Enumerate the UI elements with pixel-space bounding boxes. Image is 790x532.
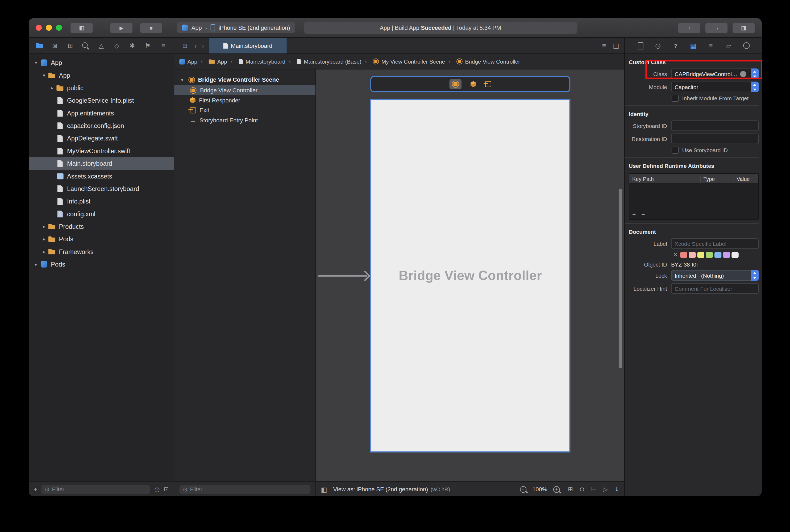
breakpoint-navigator-icon[interactable] [143,41,152,50]
label-color-swatch[interactable] [689,252,696,258]
file-row[interactable]: public [29,82,174,94]
module-dropdown[interactable]: Capacitor [671,82,759,92]
outline-item[interactable]: Exit [174,105,315,115]
first-responder-icon[interactable] [470,81,476,87]
document-label-field[interactable]: Xcode Specific Label [671,238,759,249]
disclosure-triangle-icon[interactable]: ▾ [179,77,186,82]
remove-attribute-button[interactable]: − [641,211,645,218]
library-button[interactable]: + [678,22,700,33]
file-row[interactable]: config.xml [29,208,174,220]
disclosure-triangle-icon[interactable] [41,236,47,242]
attributes-inspector-icon[interactable] [707,41,715,50]
issue-navigator-icon[interactable] [97,41,106,50]
label-color-swatch[interactable] [723,252,730,258]
outline-item[interactable]: First Responder [174,95,315,105]
stop-button[interactable]: ■ [140,22,162,33]
symbol-navigator-icon[interactable] [66,41,75,50]
file-row[interactable]: Info.plist [29,195,174,208]
toggle-navigator-button[interactable]: ◧ [71,22,93,33]
class-combo-box[interactable]: CAPBridgeViewControl… → [671,69,759,79]
zoom-window-button[interactable] [56,25,62,31]
file-row[interactable]: Assets.xcassets [29,170,174,182]
minimize-window-button[interactable] [46,25,52,31]
project-navigator-icon[interactable] [35,41,44,50]
identity-inspector-icon[interactable] [689,41,698,50]
storyboard-entry-point-arrow[interactable] [319,275,367,277]
canvas-area[interactable]: Bridge View Controller [316,70,624,481]
report-navigator-icon[interactable] [159,41,168,50]
file-row[interactable]: Main.storyboard [29,157,174,170]
file-row[interactable]: App [29,69,174,81]
stepper-icon[interactable] [751,69,758,79]
add-file-button[interactable]: + [34,486,37,493]
editor-options-icon[interactable]: ≡ [602,42,606,49]
disclosure-triangle-icon[interactable] [33,60,39,65]
view-controller-badge[interactable] [449,79,462,89]
zoom-in-icon[interactable]: + [553,486,560,493]
view-as-label[interactable]: View as: iPhone SE (2nd generation) [333,486,428,492]
file-row[interactable]: App [29,56,174,69]
canvas-scrollbar[interactable] [619,189,622,368]
scene-header[interactable]: ▾ Bridge View Controller Scene [174,74,315,85]
outline-item[interactable]: Bridge View Controller [174,85,315,95]
add-editor-icon[interactable]: ◫ [613,42,619,49]
toggle-outline-icon[interactable]: ◧ [321,486,327,493]
navigator-filter-field[interactable]: ⊙ Filter [41,484,150,494]
file-row[interactable]: App.entitlements [29,107,174,119]
run-button[interactable]: ▶ [110,22,133,33]
resolve-layout-icon[interactable] [603,486,608,493]
file-row[interactable]: LaunchScreen.storyboard [29,183,174,195]
zoom-out-icon[interactable]: − [520,486,526,493]
disclosure-triangle-icon[interactable] [41,73,47,78]
toggle-inspectors-button[interactable]: ◨ [733,22,755,33]
breadcrumb-item[interactable]: Bridge View Controller [445,58,520,65]
file-row[interactable]: Pods [29,258,174,270]
breadcrumb-item[interactable]: Main.storyboard (Base) [285,58,362,65]
file-row[interactable]: Pods [29,233,174,245]
label-color-swatch[interactable] [697,252,705,258]
stepper-icon[interactable] [751,82,758,92]
add-constraints-icon[interactable] [591,486,596,493]
add-attribute-button[interactable]: + [632,211,636,218]
find-navigator-icon[interactable] [81,41,90,50]
file-row[interactable]: Frameworks [29,245,174,258]
file-row[interactable]: GoogleService-Info.plist [29,94,174,107]
file-row[interactable]: Products [29,220,174,233]
scm-status-filter-icon[interactable]: ⊡ [163,486,169,493]
view-controller-view[interactable]: Bridge View Controller [370,99,570,453]
related-items-icon[interactable]: ⊞ [180,41,189,50]
disclosure-triangle-icon[interactable] [41,224,47,229]
test-navigator-icon[interactable] [112,41,121,50]
breadcrumb-item[interactable]: Main.storyboard [227,58,285,65]
breadcrumb-item[interactable]: My View Controller Scene [362,58,445,65]
disclosure-triangle-icon[interactable] [49,85,56,91]
label-color-swatch[interactable] [706,252,713,258]
localizer-hint-field[interactable]: Comment For Localizer [671,283,759,294]
restoration-id-field[interactable] [671,134,759,144]
lock-dropdown[interactable]: Inherited - (Nothing) [671,270,759,281]
history-inspector-icon[interactable] [654,41,662,50]
breadcrumb-item[interactable]: App [179,58,197,65]
file-inspector-icon[interactable] [636,41,645,50]
file-row[interactable]: MyViewController.swift [29,145,174,157]
jump-to-class-icon[interactable]: → [740,71,746,77]
disclosure-triangle-icon[interactable] [33,262,39,267]
size-inspector-icon[interactable] [724,41,733,50]
runtime-attributes-empty-body[interactable] [629,184,758,210]
label-color-swatch[interactable] [680,252,687,258]
file-row[interactable]: AppDelegate.swift [29,132,174,145]
disclosure-triangle-icon[interactable] [41,249,47,254]
zoom-level[interactable]: 100% [533,486,547,492]
no-color-swatch[interactable]: ✕ [673,251,678,258]
inherit-module-checkbox[interactable] [672,95,679,102]
source-control-navigator-icon[interactable] [50,41,59,50]
use-storyboard-id-checkbox[interactable] [672,147,679,154]
quick-help-inspector-icon[interactable] [671,41,680,50]
outline-item[interactable]: Storyboard Entry Point [174,115,315,126]
code-review-button[interactable]: → [706,22,728,33]
exit-icon[interactable] [485,81,491,87]
outline-filter-field[interactable]: ⊙ Filter [179,484,310,494]
connections-inspector-icon[interactable] [741,41,751,50]
label-color-swatch[interactable] [714,252,721,258]
view-controller-header-bar[interactable] [370,76,570,92]
